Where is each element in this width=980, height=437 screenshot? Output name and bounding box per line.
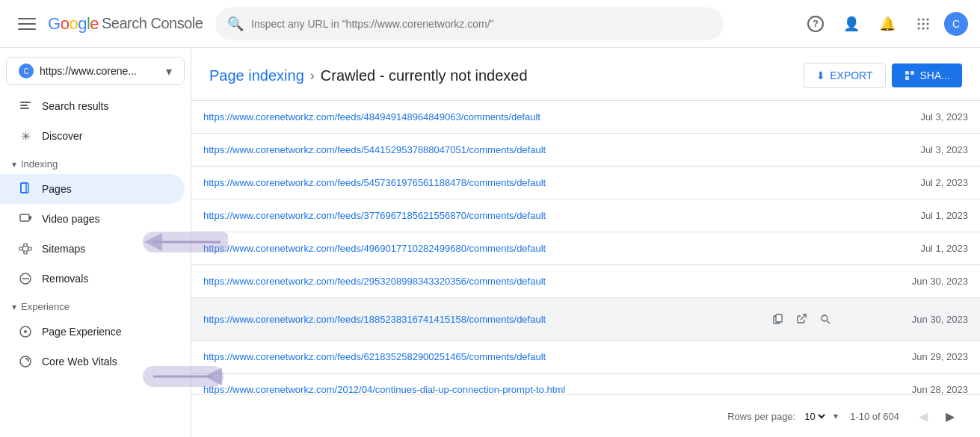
- url-cell[interactable]: https://www.corenetworkz.com/feeds/29532…: [191, 265, 736, 298]
- svg-point-5: [927, 22, 929, 25]
- page-experience-icon: [18, 324, 33, 339]
- main-content: Page indexing › Crawled - currently not …: [191, 48, 980, 437]
- url-cell[interactable]: https://www.corenetworkz.com/feeds/49690…: [191, 232, 736, 265]
- svg-rect-19: [28, 247, 31, 250]
- svg-rect-29: [905, 71, 909, 75]
- sidebar-item-pages[interactable]: Pages: [0, 174, 185, 204]
- accounts-icon: 👤: [843, 16, 860, 32]
- sidebar-section-label-experience: Experience: [21, 301, 70, 312]
- sidebar-item-page-experience[interactable]: Page Experience: [0, 317, 185, 347]
- svg-point-2: [927, 18, 929, 20]
- menu-button[interactable]: [12, 9, 42, 39]
- row-actions-cell: [736, 298, 866, 341]
- sitemaps-icon: [18, 241, 33, 256]
- svg-rect-10: [20, 105, 28, 106]
- next-page-button[interactable]: ▶: [938, 404, 962, 428]
- core-web-vitals-icon: [18, 354, 33, 369]
- row-actions-cell: [736, 101, 866, 134]
- url-cell[interactable]: https://www.corenetworkz.com/feeds/54573…: [191, 167, 736, 199]
- property-dropdown-icon: ▾: [166, 64, 172, 78]
- apps-button[interactable]: [908, 9, 938, 39]
- svg-point-1: [922, 18, 925, 20]
- svg-rect-31: [905, 76, 909, 80]
- sidebar-section-experience[interactable]: ▾ Experience: [0, 294, 191, 317]
- layout: C https://www.corene... ▾ Search results…: [0, 48, 980, 437]
- url-cell[interactable]: https://www.corenetworkz.com/feeds/62183…: [191, 341, 736, 374]
- pages-icon: [18, 182, 33, 196]
- date-cell: Jul 3, 2023: [867, 134, 981, 167]
- url-table: https://www.corenetworkz.com/feeds/48494…: [191, 101, 980, 394]
- rows-per-page-label: Rows per page:: [727, 411, 795, 422]
- property-selector[interactable]: C https://www.corene... ▾: [6, 57, 185, 85]
- topbar-actions: ? 👤 🔔 C: [801, 9, 968, 39]
- share-icon: [904, 69, 916, 81]
- table-row: https://www.corenetworkz.com/feeds/54415…: [191, 134, 980, 167]
- svg-line-36: [828, 321, 830, 324]
- help-button[interactable]: ?: [801, 9, 830, 39]
- url-cell[interactable]: https://www.corenetworkz.com/2012/04/con…: [191, 374, 736, 395]
- row-actions-cell: [736, 199, 866, 232]
- sidebar-label-discover: Discover: [42, 130, 82, 142]
- copy-url-button[interactable]: [768, 309, 789, 329]
- export-button[interactable]: ⬇ EXPORT: [804, 63, 885, 88]
- sidebar-section-indexing[interactable]: ▾ Indexing: [0, 151, 191, 174]
- sidebar-item-removals[interactable]: Removals: [0, 264, 185, 294]
- sidebar-label-search-results: Search results: [42, 100, 108, 112]
- url-cell[interactable]: https://www.corenetworkz.com/feeds/37769…: [191, 199, 736, 232]
- svg-line-23: [27, 249, 28, 252]
- page-info: 1-10 of 604: [850, 411, 899, 422]
- svg-point-6: [918, 27, 920, 29]
- rows-per-page-select[interactable]: 10 25 50: [801, 410, 828, 423]
- logo-o1: o: [61, 14, 70, 34]
- sidebar-item-sitemaps[interactable]: Sitemaps: [0, 234, 185, 264]
- avatar[interactable]: C: [944, 12, 968, 36]
- svg-point-8: [927, 27, 929, 29]
- svg-rect-33: [776, 314, 782, 322]
- sidebar-item-search-results[interactable]: Search results: [0, 91, 185, 121]
- table-area: https://www.corenetworkz.com/feeds/48494…: [191, 101, 980, 394]
- open-url-button[interactable]: [791, 309, 812, 329]
- svg-rect-18: [24, 251, 27, 254]
- sidebar-label-page-experience: Page Experience: [42, 326, 122, 338]
- table-row: https://www.corenetworkz.com/feeds/29532…: [191, 265, 980, 298]
- pagination: Rows per page: 10 25 50 ▾ 1-10 of 604 ◀ …: [191, 394, 980, 437]
- dropdown-chevron: ▾: [833, 411, 838, 421]
- inspect-url-button[interactable]: [815, 309, 836, 329]
- date-cell: Jun 29, 2023: [867, 341, 981, 374]
- table-row: https://www.corenetworkz.com/feeds/37769…: [191, 199, 980, 232]
- svg-point-35: [822, 315, 828, 321]
- export-label: EXPORT: [830, 69, 872, 81]
- row-actions-cell: [736, 232, 866, 265]
- url-cell[interactable]: https://www.corenetworkz.com/feeds/18852…: [191, 298, 736, 341]
- sidebar-item-discover[interactable]: ✳ Discover: [0, 121, 185, 151]
- svg-rect-15: [29, 216, 31, 220]
- table-row: https://www.corenetworkz.com/feeds/62183…: [191, 341, 980, 374]
- row-actions-cell: [736, 265, 866, 298]
- section-arrow-experience: ▾: [12, 302, 16, 312]
- svg-rect-30: [910, 71, 914, 75]
- url-inspect-input[interactable]: [251, 18, 712, 30]
- logo-sc: Search Console: [102, 15, 203, 32]
- sidebar-item-core-web-vitals[interactable]: Core Web Vitals: [0, 347, 185, 376]
- sidebar-item-video-pages[interactable]: Video pages: [0, 204, 185, 234]
- breadcrumb-link[interactable]: Page indexing: [209, 67, 304, 84]
- url-cell[interactable]: https://www.corenetworkz.com/feeds/54415…: [191, 134, 736, 167]
- prev-page-button[interactable]: ◀: [911, 404, 935, 428]
- svg-point-0: [918, 18, 920, 20]
- share-button[interactable]: SHA...: [892, 63, 962, 87]
- help-icon: ?: [807, 16, 824, 32]
- apps-icon: [916, 17, 930, 31]
- search-bar[interactable]: 🔍: [215, 7, 724, 40]
- search-icon: 🔍: [227, 16, 244, 32]
- table-row: https://www.corenetworkz.com/2012/04/con…: [191, 374, 980, 395]
- search-results-icon: [18, 99, 33, 114]
- logo-g2: g: [78, 14, 87, 34]
- svg-line-22: [27, 245, 28, 249]
- table-row: https://www.corenetworkz.com/feeds/18852…: [191, 298, 980, 341]
- accounts-button[interactable]: 👤: [836, 9, 866, 39]
- svg-point-27: [24, 330, 27, 333]
- sidebar: C https://www.corene... ▾ Search results…: [0, 48, 191, 437]
- sidebar-label-video-pages: Video pages: [42, 213, 100, 225]
- url-cell[interactable]: https://www.corenetworkz.com/feeds/48494…: [191, 101, 736, 134]
- notifications-button[interactable]: 🔔: [872, 9, 902, 39]
